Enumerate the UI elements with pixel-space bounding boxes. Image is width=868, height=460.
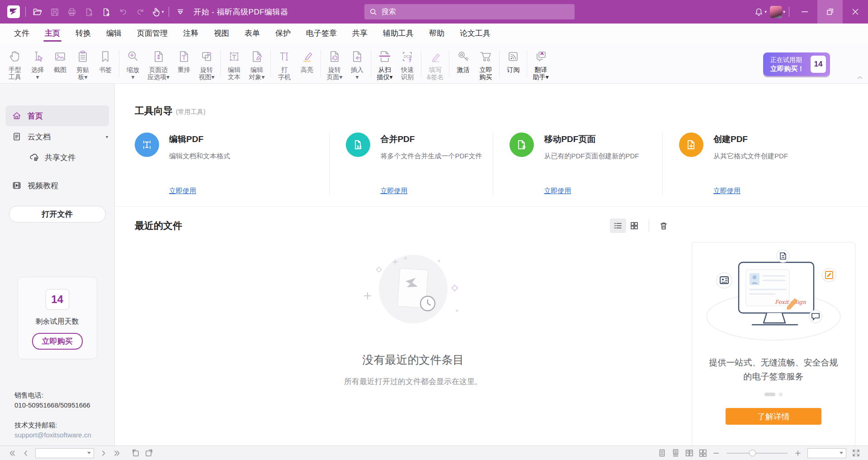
menu-form[interactable]: 表单 (237, 24, 268, 44)
subscribe-button[interactable]: 订阅 (502, 46, 524, 82)
combobox-caret-icon (840, 452, 843, 454)
card-merge-pdf[interactable]: 合并PDF 将多个文件合并生成一个PDF文件 立即使用 (329, 133, 493, 195)
sidebar-item-cloud-docs[interactable]: 云文档 ▾ (0, 126, 114, 147)
next-page-button[interactable] (97, 447, 110, 459)
last-page-button[interactable] (110, 447, 124, 459)
menu-edit[interactable]: 编辑 (99, 24, 129, 44)
ribbon-collapse-button[interactable] (855, 74, 864, 81)
account-button[interactable]: ▾ (769, 4, 786, 20)
card-desc: 编辑文档和文本格式 (169, 152, 230, 161)
zoom-button[interactable]: 缩放 ▾ (122, 46, 144, 82)
card-create-pdf[interactable]: 创建PDF 从其它格式文件创建PDF 立即使用 (662, 133, 855, 195)
select-button[interactable]: 选择 ▾ (26, 46, 49, 82)
menu-paper-tools[interactable]: 论文工具 (452, 24, 498, 44)
facing-view-button[interactable] (682, 447, 696, 459)
menu-accessibility[interactable]: 辅助工具 (375, 24, 421, 44)
ribbon-separator (421, 50, 421, 77)
list-view-button[interactable] (610, 218, 626, 233)
new-page-icon[interactable] (97, 4, 114, 20)
sidebar-item-video-tutorials[interactable]: 视频教程 (0, 175, 114, 196)
search-box[interactable] (364, 4, 575, 19)
ribbon-separator (321, 50, 321, 77)
next-view-button[interactable] (142, 447, 156, 459)
fill-sign-icon (427, 47, 443, 66)
single-page-view-button[interactable] (655, 447, 669, 459)
card-title: 合并PDF (380, 133, 482, 145)
minimize-button[interactable] (792, 0, 817, 24)
carousel-dot[interactable] (779, 393, 783, 396)
rotate-view-button[interactable]: 旋转 视图▾ (195, 46, 218, 82)
insert-pages-button[interactable]: 插入 ▾ (346, 46, 368, 82)
page-number-combobox[interactable] (35, 448, 94, 458)
rotate-pages-button[interactable]: 旋转 页面▾ (323, 46, 346, 82)
learn-more-button[interactable]: 了解详情 (726, 408, 821, 425)
carousel-dots[interactable] (764, 393, 783, 396)
notifications-bell-icon[interactable]: ▾ (752, 4, 769, 20)
cloud-docs-caret-icon[interactable]: ▾ (106, 134, 108, 139)
menu-help[interactable]: 帮助 (421, 24, 452, 44)
typewriter-button[interactable]: 打 字机 (273, 46, 296, 82)
zoom-level-combobox[interactable] (807, 448, 846, 458)
use-now-link[interactable]: 立即使用 (380, 187, 407, 195)
menu-convert[interactable]: 转换 (68, 24, 99, 44)
sidebar-item-home[interactable]: 首页 (5, 105, 109, 126)
use-now-link[interactable]: 立即使用 (713, 187, 741, 195)
menu-home[interactable]: 主页 (37, 24, 68, 44)
from-scanner-button[interactable]: 从扫 描仪▾ (373, 46, 396, 82)
edit-object-button[interactable]: 编辑 对象▾ (245, 46, 268, 82)
hand-tool-button[interactable]: 手型 工具 (4, 46, 26, 82)
menu-comment[interactable]: 注释 (175, 24, 206, 44)
reflow-button[interactable]: 重排 (173, 46, 195, 82)
bookmark-button[interactable]: 书签 (94, 46, 117, 82)
snapshot-button[interactable]: 截图 (49, 46, 71, 82)
menu-protect[interactable]: 保护 (268, 24, 298, 44)
page-fit-button[interactable]: 页面适 应选项▾ (144, 46, 173, 82)
card-move-pdf-pages[interactable]: 移动PDF页面 从已有的PDF页面创建新的PDF 立即使用 (493, 133, 662, 195)
first-page-button[interactable] (5, 447, 19, 459)
open-file-icon[interactable] (28, 4, 46, 20)
undo-icon (114, 4, 132, 20)
collapse-quickbar-icon[interactable] (172, 4, 189, 20)
bookmark-label: 书签 (99, 66, 112, 73)
facing-continuous-view-button[interactable] (696, 447, 709, 459)
menu-page-manage[interactable]: 页面管理 (129, 24, 175, 44)
ribbon-toolbar: 手型 工具 选择 ▾ 截图 剪贴 板▾ 书签 缩放 ▾ 页面适 应选项▾ (0, 44, 868, 84)
menu-view[interactable]: 视图 (206, 24, 237, 44)
carousel-dot-active[interactable] (764, 393, 775, 396)
zoom-slider-thumb[interactable] (749, 450, 756, 456)
quick-ocr-button[interactable]: OCR 快速 识别 (396, 46, 419, 82)
previous-view-button[interactable] (128, 447, 142, 459)
continuous-view-button[interactable] (669, 447, 682, 459)
translate-assistant-button[interactable]: 翻译 助手▾ (529, 46, 552, 82)
search-input[interactable] (382, 8, 569, 16)
use-now-link[interactable]: 立即使用 (544, 187, 571, 195)
clear-recent-button[interactable] (656, 218, 672, 233)
menu-share[interactable]: 共享 (344, 24, 375, 44)
edit-text-button[interactable]: 编辑 文本 (223, 46, 245, 82)
clipboard-button[interactable]: 剪贴 板▾ (71, 46, 94, 82)
menu-esign[interactable]: 电子签章 (298, 24, 344, 44)
zoom-out-button[interactable] (709, 447, 723, 459)
fullscreen-button[interactable] (849, 447, 863, 459)
close-button[interactable] (843, 0, 868, 24)
support-email-link[interactable]: support@foxitsoftware.cn (14, 430, 114, 440)
card-edit-pdf[interactable]: 编辑PDF 编辑文档和文本格式 立即使用 (135, 133, 329, 195)
highlight-button[interactable]: 高亮 (296, 46, 318, 82)
activate-button[interactable]: 激活 (452, 46, 474, 82)
restore-button[interactable] (817, 0, 843, 24)
zoom-in-button[interactable] (791, 447, 805, 459)
hand-pointer-icon[interactable]: ▾ (149, 4, 166, 20)
menu-file[interactable]: 文件 (6, 24, 37, 44)
titlebar-separator (25, 7, 26, 17)
sidebar-item-shared-files[interactable]: 共享文件 (0, 147, 114, 168)
open-file-button[interactable]: 打开文件 (9, 206, 106, 223)
use-now-link[interactable]: 立即使用 (169, 187, 196, 195)
save-icon (46, 4, 63, 20)
trial-badge-button[interactable]: 正在试用期 立即购买！ 14 (763, 52, 830, 76)
buy-now-button[interactable]: 立即 购买 (474, 46, 497, 82)
prev-page-button[interactable] (19, 447, 33, 459)
zoom-slider[interactable] (726, 453, 788, 454)
grid-view-button[interactable] (626, 218, 642, 233)
trial-days-remaining: 14 (46, 289, 69, 310)
buy-now-pill-button[interactable]: 立即购买 (32, 333, 83, 350)
